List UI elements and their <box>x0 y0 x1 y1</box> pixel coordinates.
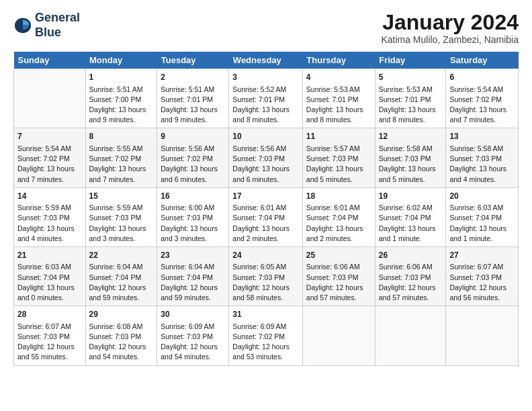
daylight-text: Daylight: 13 hours and 8 minutes. <box>232 105 290 124</box>
calendar-cell <box>375 306 446 365</box>
sunrise-text: Sunrise: 6:03 AM <box>449 203 503 212</box>
header-tuesday: Tuesday <box>157 52 229 69</box>
calendar-week-4: 28Sunrise: 6:07 AMSunset: 7:03 PMDayligh… <box>14 306 519 365</box>
calendar-week-3: 21Sunrise: 6:03 AMSunset: 7:04 PMDayligh… <box>14 246 519 306</box>
day-number: 28 <box>17 309 82 320</box>
calendar-table: SundayMondayTuesdayWednesdayThursdayFrid… <box>13 52 519 365</box>
title-block: January 2024 Katima Mulilo, Zambezi, Nam… <box>381 11 519 45</box>
day-number: 17 <box>232 191 299 202</box>
sunrise-text: Sunrise: 6:06 AM <box>379 263 433 271</box>
sunrise-text: Sunrise: 5:57 AM <box>306 144 360 152</box>
calendar-cell: 14Sunrise: 5:59 AMSunset: 7:03 PMDayligh… <box>14 187 86 246</box>
calendar-cell: 16Sunrise: 6:00 AMSunset: 7:03 PMDayligh… <box>157 187 229 246</box>
sunrise-text: Sunrise: 5:55 AM <box>89 144 143 152</box>
logo: General Blue <box>13 11 80 40</box>
calendar-week-2: 14Sunrise: 5:59 AMSunset: 7:03 PMDayligh… <box>14 187 519 246</box>
logo-text: General Blue <box>35 11 80 40</box>
sunset-text: Sunset: 7:03 PM <box>379 154 431 163</box>
sunrise-text: Sunrise: 6:00 AM <box>161 203 214 212</box>
daylight-text: Daylight: 12 hours and 57 minutes. <box>379 283 436 302</box>
daylight-text: Daylight: 13 hours and 1 minute. <box>379 224 436 242</box>
sunset-text: Sunset: 7:03 PM <box>232 273 285 281</box>
calendar-cell: 26Sunrise: 6:06 AMSunset: 7:03 PMDayligh… <box>375 246 446 306</box>
sunset-text: Sunset: 7:02 PM <box>17 154 70 163</box>
calendar-cell: 8Sunrise: 5:55 AMSunset: 7:02 PMDaylight… <box>85 128 157 187</box>
day-number: 6 <box>449 72 515 83</box>
sunset-text: Sunset: 7:02 PM <box>232 332 285 340</box>
day-number: 3 <box>232 72 299 83</box>
daylight-text: Daylight: 13 hours and 4 minutes. <box>449 165 506 183</box>
sunset-text: Sunset: 7:01 PM <box>161 95 213 103</box>
calendar-cell: 7Sunrise: 5:54 AMSunset: 7:02 PMDaylight… <box>14 128 86 187</box>
daylight-text: Daylight: 13 hours and 7 minutes. <box>449 105 506 124</box>
sunrise-text: Sunrise: 5:58 AM <box>379 144 433 152</box>
calendar-cell: 25Sunrise: 6:06 AMSunset: 7:03 PMDayligh… <box>302 246 375 306</box>
daylight-text: Daylight: 13 hours and 8 minutes. <box>379 105 436 124</box>
day-number: 5 <box>379 72 443 83</box>
calendar-cell: 22Sunrise: 6:04 AMSunset: 7:04 PMDayligh… <box>85 246 157 306</box>
calendar-cell: 5Sunrise: 5:53 AMSunset: 7:01 PMDaylight… <box>375 69 446 128</box>
calendar-cell: 24Sunrise: 6:05 AMSunset: 7:03 PMDayligh… <box>229 246 303 306</box>
sunset-text: Sunset: 7:00 PM <box>89 95 142 103</box>
logo-icon <box>13 16 32 35</box>
sunrise-text: Sunrise: 6:09 AM <box>161 322 214 330</box>
daylight-text: Daylight: 13 hours and 7 minutes. <box>17 165 75 183</box>
day-number: 9 <box>161 131 225 142</box>
sunset-text: Sunset: 7:04 PM <box>17 273 70 281</box>
sunset-text: Sunset: 7:01 PM <box>232 95 285 103</box>
sunrise-text: Sunrise: 6:08 AM <box>89 322 143 330</box>
daylight-text: Daylight: 12 hours and 55 minutes. <box>17 342 75 361</box>
daylight-text: Daylight: 13 hours and 9 minutes. <box>89 105 146 124</box>
sunrise-text: Sunrise: 6:07 AM <box>449 263 503 271</box>
daylight-text: Daylight: 12 hours and 54 minutes. <box>161 342 218 361</box>
daylight-text: Daylight: 13 hours and 9 minutes. <box>161 105 218 124</box>
daylight-text: Daylight: 13 hours and 4 minutes. <box>17 224 75 242</box>
sunset-text: Sunset: 7:03 PM <box>161 332 213 340</box>
calendar-week-0: 1Sunrise: 5:51 AMSunset: 7:00 PMDaylight… <box>14 69 519 128</box>
header-thursday: Thursday <box>302 52 375 69</box>
location: Katima Mulilo, Zambezi, Namibia <box>381 34 519 45</box>
calendar-cell: 1Sunrise: 5:51 AMSunset: 7:00 PMDaylight… <box>85 69 157 128</box>
day-number: 14 <box>17 191 82 202</box>
daylight-text: Daylight: 13 hours and 2 minutes. <box>232 224 290 242</box>
daylight-text: Daylight: 13 hours and 7 minutes. <box>89 165 146 183</box>
calendar-cell: 18Sunrise: 6:01 AMSunset: 7:04 PMDayligh… <box>302 187 375 246</box>
calendar-cell: 31Sunrise: 6:09 AMSunset: 7:02 PMDayligh… <box>229 306 303 365</box>
daylight-text: Daylight: 13 hours and 5 minutes. <box>306 165 363 183</box>
daylight-text: Daylight: 13 hours and 3 minutes. <box>89 224 146 242</box>
sunrise-text: Sunrise: 5:51 AM <box>161 85 214 93</box>
sunset-text: Sunset: 7:03 PM <box>89 332 142 340</box>
sunrise-text: Sunrise: 5:56 AM <box>161 144 214 152</box>
sunrise-text: Sunrise: 5:54 AM <box>17 144 71 152</box>
calendar-cell: 3Sunrise: 5:52 AMSunset: 7:01 PMDaylight… <box>229 69 303 128</box>
sunrise-text: Sunrise: 6:05 AM <box>232 263 286 271</box>
header-friday: Friday <box>375 52 446 69</box>
sunrise-text: Sunrise: 6:04 AM <box>89 263 143 271</box>
sunset-text: Sunset: 7:04 PM <box>89 273 142 281</box>
daylight-text: Daylight: 13 hours and 1 minute. <box>449 224 506 242</box>
sunrise-text: Sunrise: 6:07 AM <box>17 322 71 330</box>
day-number: 27 <box>449 250 515 261</box>
calendar-cell <box>446 306 519 365</box>
calendar-cell: 12Sunrise: 5:58 AMSunset: 7:03 PMDayligh… <box>375 128 446 187</box>
day-number: 10 <box>232 131 299 142</box>
day-number: 31 <box>232 309 299 320</box>
sunrise-text: Sunrise: 6:01 AM <box>306 203 360 212</box>
sunrise-text: Sunrise: 6:06 AM <box>306 263 360 271</box>
calendar-cell: 23Sunrise: 6:04 AMSunset: 7:04 PMDayligh… <box>157 246 229 306</box>
day-number: 20 <box>449 191 515 202</box>
calendar-cell: 9Sunrise: 5:56 AMSunset: 7:02 PMDaylight… <box>157 128 229 187</box>
day-number: 19 <box>379 191 443 202</box>
day-number: 16 <box>161 191 225 202</box>
day-number: 2 <box>161 72 225 83</box>
sunrise-text: Sunrise: 6:01 AM <box>232 203 286 212</box>
calendar-header-row: SundayMondayTuesdayWednesdayThursdayFrid… <box>14 52 519 69</box>
sunrise-text: Sunrise: 5:52 AM <box>232 85 286 93</box>
sunrise-text: Sunrise: 5:53 AM <box>306 85 360 93</box>
header-monday: Monday <box>85 52 157 69</box>
sunset-text: Sunset: 7:03 PM <box>89 214 142 222</box>
daylight-text: Daylight: 12 hours and 59 minutes. <box>161 283 218 302</box>
sunrise-text: Sunrise: 5:54 AM <box>449 85 503 93</box>
calendar-cell: 28Sunrise: 6:07 AMSunset: 7:03 PMDayligh… <box>14 306 86 365</box>
day-number: 1 <box>89 72 154 83</box>
